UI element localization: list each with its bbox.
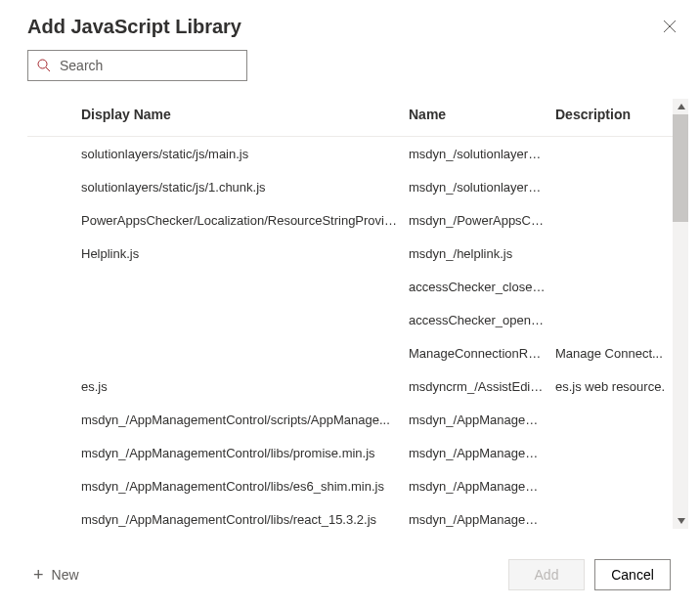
- table-row[interactable]: Helplink.jsmsdyn_/helplink.js: [27, 237, 673, 270]
- table-row[interactable]: msdyn_/AppManagementControl/libs/promise…: [27, 436, 673, 469]
- cell-name: msdyn_/AppManagement...: [409, 479, 555, 494]
- table-row[interactable]: msdyn_/AppManagementControl/libs/es6_shi…: [27, 469, 673, 502]
- cell-name: msdyn_/PowerAppsCheck...: [409, 213, 555, 228]
- cell-display-name: Helplink.js: [81, 246, 409, 261]
- cell-display-name: msdyn_/AppManagementControl/libs/react_1…: [81, 512, 409, 527]
- cell-display-name: es.js: [81, 379, 409, 394]
- cell-name: ManageConnectionRoles...: [409, 346, 555, 361]
- cell-description: Manage Connect...: [555, 346, 673, 361]
- close-icon: [663, 20, 677, 36]
- cell-display-name: msdyn_/AppManagementControl/libs/promise…: [81, 446, 409, 460]
- svg-point-0: [38, 60, 47, 68]
- svg-line-1: [46, 67, 50, 71]
- scroll-up-arrow[interactable]: [674, 99, 688, 114]
- dialog-title: Add JavaScript Library: [27, 16, 241, 38]
- column-headers: Display Name Name Description: [27, 99, 673, 136]
- table-row[interactable]: solutionlayers/static/js/1.chunk.jsmsdyn…: [27, 170, 673, 203]
- col-header-name[interactable]: Name: [409, 107, 555, 122]
- cell-name: msdyn_/helplink.js: [409, 246, 555, 261]
- table-row[interactable]: msdyn_/AppManagementControl/scripts/AppM…: [27, 403, 673, 436]
- scroll-down-arrow[interactable]: [674, 513, 688, 529]
- cell-name: accessChecker_openDialo...: [409, 313, 555, 327]
- table-row[interactable]: PowerAppsChecker/Localization/ResourceSt…: [27, 203, 673, 237]
- search-icon: [36, 58, 52, 73]
- search-input[interactable]: [60, 58, 239, 73]
- new-button[interactable]: + New: [33, 566, 79, 584]
- table-row[interactable]: ManageConnectionRoles...Manage Connect..…: [27, 336, 673, 369]
- cell-display-name: msdyn_/AppManagementControl/scripts/AppM…: [81, 413, 409, 427]
- cell-description: es.js web resource.: [555, 379, 673, 394]
- dialog-header: Add JavaScript Library: [27, 16, 688, 50]
- dialog-footer: + New Add Cancel: [27, 545, 688, 608]
- cell-name: accessChecker_closeDialo...: [409, 280, 555, 294]
- plus-icon: +: [33, 566, 44, 584]
- col-header-display-name[interactable]: Display Name: [81, 107, 409, 122]
- table-row[interactable]: accessChecker_closeDialo...: [27, 270, 673, 303]
- cell-name: msdyncrm_/AssistEditCon...: [409, 379, 555, 394]
- table-row[interactable]: solutionlayers/static/js/main.jsmsdyn_/s…: [27, 137, 673, 170]
- new-button-label: New: [52, 567, 79, 583]
- cell-name: msdyn_/solutionlayers/sta...: [409, 180, 555, 195]
- scroll-thumb[interactable]: [673, 114, 688, 222]
- table-row[interactable]: accessChecker_openDialo...: [27, 303, 673, 336]
- table-row[interactable]: es.jsmsdyncrm_/AssistEditCon...es.js web…: [27, 369, 673, 403]
- add-js-library-dialog: Add JavaScript Library Display Name Name…: [0, 0, 700, 608]
- search-box[interactable]: [27, 50, 247, 81]
- cell-name: msdyn_/solutionlayers/sta...: [409, 147, 555, 161]
- vertical-scrollbar[interactable]: [673, 99, 688, 529]
- cell-name: msdyn_/AppManagement...: [409, 413, 555, 427]
- close-button[interactable]: [659, 16, 680, 40]
- cancel-button[interactable]: Cancel: [594, 559, 671, 590]
- add-button: Add: [508, 559, 585, 590]
- cell-display-name: msdyn_/AppManagementControl/libs/es6_shi…: [81, 479, 409, 494]
- cell-name: msdyn_/AppManagement...: [409, 446, 555, 460]
- library-table: Display Name Name Description solutionla…: [27, 99, 688, 545]
- table-row[interactable]: msdyn_/AppManagementControl/libs/react_1…: [27, 502, 673, 536]
- cell-display-name: solutionlayers/static/js/1.chunk.js: [81, 180, 409, 195]
- table-body: solutionlayers/static/js/main.jsmsdyn_/s…: [27, 137, 673, 528]
- col-header-description[interactable]: Description: [555, 107, 673, 122]
- cell-display-name: PowerAppsChecker/Localization/ResourceSt…: [81, 213, 409, 228]
- cell-name: msdyn_/AppManagement...: [409, 512, 555, 527]
- cell-display-name: solutionlayers/static/js/main.js: [81, 147, 409, 161]
